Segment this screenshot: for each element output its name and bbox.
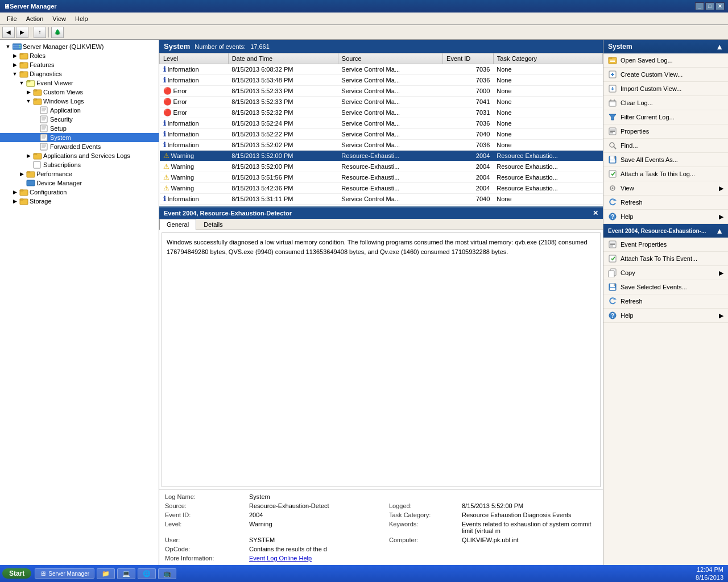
taskbar-item-2[interactable]: 📁 (97, 568, 115, 579)
tree-toggle-roles[interactable]: ▶ (11, 53, 18, 59)
table-row[interactable]: ℹ Information8/15/2013 6:08:32 PMService… (160, 64, 603, 75)
up-btn[interactable]: ↑ (34, 27, 46, 38)
close-detail-button[interactable]: ✕ (593, 209, 598, 217)
action-create-custom-view[interactable]: Create Custom View... (603, 68, 728, 82)
tree-item-security[interactable]: Security (0, 115, 159, 124)
tree-item-customviews[interactable]: ▶ Custom Views (0, 88, 159, 97)
tree-item-windowslogs[interactable]: ▼ Windows Logs (0, 97, 159, 106)
col-source[interactable]: Source (338, 53, 442, 64)
tree-item-setup[interactable]: Setup (0, 124, 159, 133)
system-collapse-btn[interactable]: ▲ (715, 42, 723, 51)
svg-rect-39 (34, 161, 40, 168)
tree-item-features[interactable]: ▶ Features (0, 60, 159, 69)
table-row[interactable]: ℹ Information8/15/2013 5:31:11 PMService… (160, 194, 603, 205)
cell-eventid: 7031 (443, 107, 494, 118)
table-row[interactable]: ℹ Information8/15/2013 5:52:02 PMService… (160, 140, 603, 151)
action-find[interactable]: Find... (603, 139, 728, 153)
show-hide-tree[interactable]: 🌲 (51, 27, 64, 38)
tree-toggle-config[interactable]: ▶ (11, 189, 18, 195)
tree-toggle-appservlogs[interactable]: ▶ (25, 153, 32, 159)
tree-item-application[interactable]: Application (0, 106, 159, 115)
table-row[interactable]: ℹ Information8/15/2013 5:52:22 PMService… (160, 129, 603, 140)
start-button[interactable]: Start (2, 568, 31, 579)
tree-item-configuration[interactable]: ▶ Configuration (0, 188, 159, 197)
event-log-online-help-link[interactable]: Event Log Online Help (249, 555, 384, 562)
system-icon (40, 134, 49, 142)
action-filter-current-log[interactable]: Filter Current Log... (603, 110, 728, 124)
action-help-event[interactable]: ? Help ▶ (603, 309, 728, 323)
action-attach-task-log[interactable]: Attach a Task To this Log... (603, 167, 728, 181)
error-icon: 🔴 (163, 98, 172, 106)
table-row[interactable]: ℹ Information8/15/2013 5:53:48 PMService… (160, 75, 603, 86)
action-save-selected-label: Save Selected Events... (621, 284, 687, 290)
tree-toggle-diagnostics[interactable]: ▼ (11, 71, 18, 77)
taskbar-item-server-manager[interactable]: 🖥 Server Manager (35, 568, 94, 579)
tree-item-eventviewer[interactable]: ▼ Event Viewer (0, 78, 159, 88)
menu-action[interactable]: Action (22, 14, 48, 23)
table-row[interactable]: ⚠ Warning8/15/2013 5:51:56 PMResource-Ex… (160, 172, 603, 183)
col-level[interactable]: Level (160, 53, 229, 64)
tree-item-storage[interactable]: ▶ Storage (0, 197, 159, 206)
tree-item-performance[interactable]: ▶ Performance (0, 169, 159, 178)
table-row[interactable]: ℹ Information8/15/2013 5:52:24 PMService… (160, 118, 603, 129)
tree-toggle-server[interactable]: ▼ (5, 44, 11, 49)
forward-btn[interactable]: ▶ (16, 27, 28, 38)
cell-category: None (493, 194, 602, 205)
action-copy[interactable]: Copy ▶ (603, 266, 728, 280)
tree-item-devicemanager[interactable]: Device Manager (0, 178, 159, 188)
table-row[interactable]: 🔴 Error8/15/2013 5:52:33 PMService Contr… (160, 97, 603, 107)
table-row[interactable]: 🔴 Error8/15/2013 5:52:33 PMService Contr… (160, 86, 603, 97)
tree-toggle-windowslogs[interactable]: ▼ (25, 98, 32, 104)
back-btn[interactable]: ◀ (2, 27, 15, 38)
maximize-btn[interactable]: □ (705, 2, 714, 10)
col-category[interactable]: Task Category (493, 53, 602, 64)
tree-toggle-features[interactable]: ▶ (11, 62, 18, 68)
event-table-wrapper[interactable]: Level Date and Time Source Event ID Task… (159, 53, 603, 206)
action-attach-task-event[interactable]: Attach Task To This Event... (603, 252, 728, 266)
action-save-all-events[interactable]: Save All Events As... (603, 153, 728, 167)
action-properties[interactable]: Properties (603, 124, 728, 139)
tree-toggle-perf[interactable]: ▶ (18, 171, 25, 177)
col-datetime[interactable]: Date and Time (228, 53, 338, 64)
action-view[interactable]: View ▶ (603, 181, 728, 196)
tree-item-subscriptions[interactable]: Subscriptions (0, 160, 159, 169)
table-row[interactable]: ⚠ Warning8/15/2013 5:52:00 PMResource-Ex… (160, 161, 603, 172)
action-save-selected-events[interactable]: Save Selected Events... (603, 280, 728, 294)
menu-help[interactable]: Help (71, 14, 93, 23)
action-event-properties[interactable]: Event Properties (603, 238, 728, 252)
taskbar-item-5[interactable]: 📺 (158, 568, 176, 579)
minimize-btn[interactable]: _ (695, 2, 704, 10)
menu-view[interactable]: View (48, 14, 71, 23)
action-open-saved-log[interactable]: Open Saved Log... (603, 53, 728, 68)
taskbar-item-4[interactable]: 🌐 (138, 568, 156, 579)
tree-toggle-eventviewer[interactable]: ▼ (18, 80, 25, 86)
tree-item-forwardedevents[interactable]: Forwarded Events (0, 142, 159, 151)
tree-toggle-customviews[interactable]: ▶ (25, 89, 32, 95)
tree-item-server[interactable]: ▼ Server Manager (QLIKVIEW) (0, 42, 159, 51)
action-refresh-system[interactable]: Refresh (603, 196, 728, 210)
tab-general[interactable]: General (159, 219, 196, 230)
svg-rect-29 (40, 134, 47, 141)
menu-file[interactable]: File (2, 14, 22, 23)
col-eventid[interactable]: Event ID (443, 53, 494, 64)
event-collapse-btn[interactable]: ▲ (715, 226, 723, 235)
tree-toggle-storage[interactable]: ▶ (11, 198, 18, 204)
table-row[interactable]: ⚠ Warning8/15/2013 5:52:00 PMResource-Ex… (160, 151, 603, 161)
taskbar-item-3[interactable]: 💻 (117, 568, 135, 579)
tree-item-diagnostics[interactable]: ▼ Diagnostics (0, 69, 159, 78)
action-clear-log[interactable]: Clear Log... (603, 96, 728, 110)
action-attach-task-log-label: Attach a Task To this Log... (621, 171, 695, 177)
tab-details[interactable]: Details (196, 219, 230, 230)
tree-item-appservlogs[interactable]: ▶ Applications and Services Logs (0, 151, 159, 160)
close-btn[interactable]: ✕ (715, 2, 725, 10)
table-row[interactable]: ⚠ Warning8/15/2013 5:42:36 PMResource-Ex… (160, 183, 603, 194)
action-create-custom-view-label: Create Custom View... (621, 71, 682, 78)
table-row[interactable]: 🔴 Error8/15/2013 5:52:32 PMService Contr… (160, 107, 603, 118)
cell-datetime: 8/15/2013 6:08:32 PM (228, 64, 338, 75)
action-import-custom-view[interactable]: Import Custom View... (603, 82, 728, 96)
action-refresh-event[interactable]: Refresh (603, 294, 728, 309)
action-help-system[interactable]: ? Help ▶ (603, 210, 728, 224)
tree-item-roles[interactable]: ▶ Roles (0, 51, 159, 60)
event-properties-icon (608, 240, 617, 249)
tree-item-system[interactable]: System (0, 133, 159, 142)
